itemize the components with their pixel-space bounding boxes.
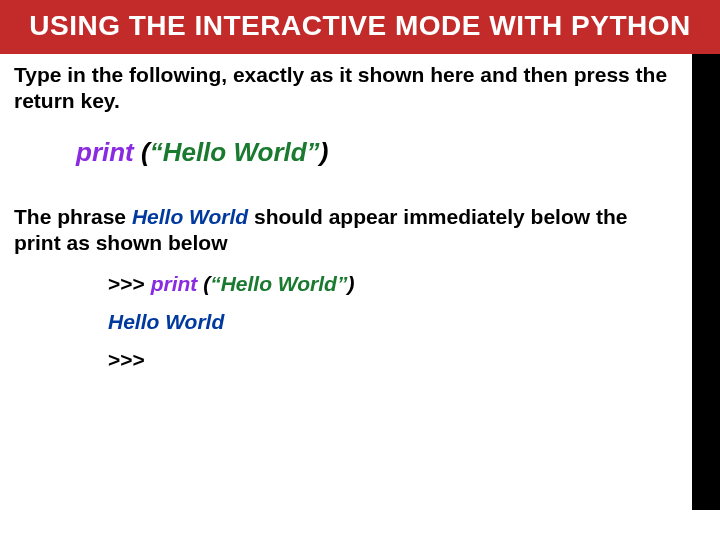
- code-open-paren: (: [134, 137, 150, 167]
- terminal-keyword: print: [151, 272, 198, 295]
- slide: USING THE INTERACTIVE MODE WITH PYTHON T…: [0, 0, 720, 540]
- terminal-prompt-1: >>>: [108, 272, 151, 295]
- terminal-output: >>> print (“Hello World”) Hello World >>…: [108, 272, 674, 372]
- terminal-string: “Hello World”: [210, 272, 347, 295]
- terminal-close-paren: ): [347, 272, 354, 295]
- hello-world-inline: Hello World: [132, 205, 248, 228]
- code-string: “Hello World”: [150, 137, 320, 167]
- code-example: print (“Hello World”): [76, 137, 674, 168]
- instruction-text-2: The phrase Hello World should appear imm…: [14, 204, 674, 257]
- terminal-open-paren: (: [197, 272, 210, 295]
- slide-title: USING THE INTERACTIVE MODE WITH PYTHON: [0, 0, 720, 54]
- terminal-line-1: >>> print (“Hello World”): [108, 272, 674, 296]
- slide-content: Type in the following, exactly as it sho…: [0, 54, 720, 510]
- instruction-text-1: Type in the following, exactly as it sho…: [14, 62, 674, 115]
- instruction2-pre: The phrase: [14, 205, 132, 228]
- code-close-paren: ): [320, 137, 329, 167]
- terminal-line-3: >>>: [108, 348, 674, 372]
- code-keyword: print: [76, 137, 134, 167]
- terminal-line-2: Hello World: [108, 310, 674, 334]
